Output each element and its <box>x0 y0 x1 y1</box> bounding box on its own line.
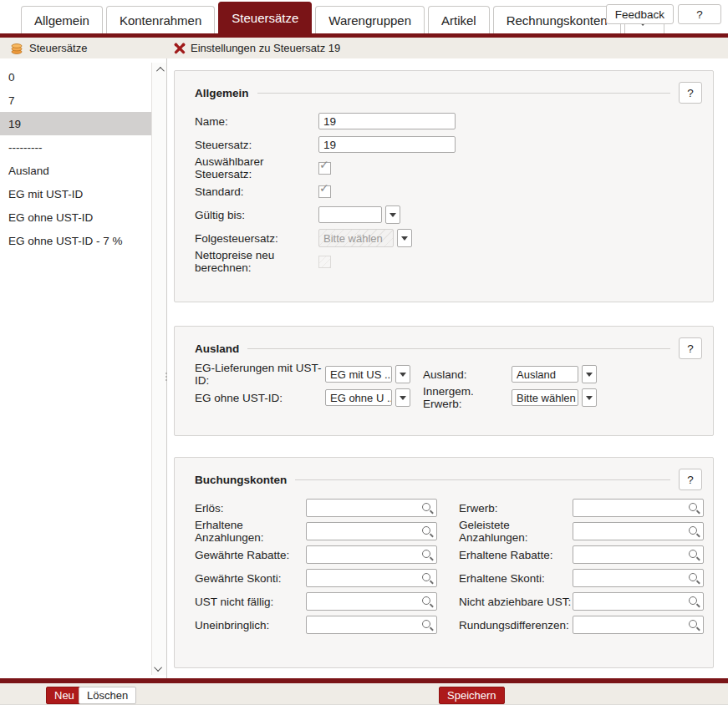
gewaehrte-skonti-label: Gewährte Skonti: <box>195 572 306 585</box>
speichern-button[interactable]: Speichern <box>439 687 505 704</box>
standard-checkbox[interactable]: ✓ <box>318 185 331 198</box>
gueltig-bis-dropdown-button[interactable] <box>385 205 400 224</box>
search-icon[interactable] <box>689 596 697 605</box>
auswaehlbarer-steuersatz-label: Auswählbarer Steuersatz: <box>195 155 318 180</box>
gueltig-bis-label: Gültig bis: <box>195 209 318 221</box>
ust-nicht-faellig-input[interactable] <box>306 592 437 611</box>
folgesteuersatz-dropdown-button[interactable] <box>397 229 412 247</box>
eg-lieferungen-mit-ustid-label: EG-Lieferungen mit UST-ID: <box>195 362 325 387</box>
ausland-dropdown-button[interactable] <box>582 365 597 383</box>
name-label: Name: <box>195 115 318 128</box>
eg-mit-ustid-dropdown-button[interactable] <box>395 365 410 383</box>
sidebar-item-eg-mit-ustid[interactable]: EG mit UST-ID <box>0 182 152 205</box>
name-input[interactable] <box>318 113 456 129</box>
dropdown-arrow-icon <box>400 373 406 377</box>
tab-artikel[interactable]: Artikel <box>428 6 490 33</box>
nicht-abziehbare-ust-input[interactable] <box>573 592 704 611</box>
geleistete-anzahlungen-label: Geleistete Anzahlungen: <box>459 519 573 544</box>
ausland-select[interactable]: Ausland <box>512 366 578 383</box>
checkmark-icon: ✓ <box>319 158 329 171</box>
search-icon[interactable] <box>422 550 430 558</box>
tab-warengruppen[interactable]: Warengruppen <box>315 6 425 33</box>
loeschen-button[interactable]: Löschen <box>79 687 136 704</box>
tab-label: Warengruppen <box>328 13 411 28</box>
search-icon[interactable] <box>689 526 697 535</box>
scroll-up-button[interactable] <box>152 63 165 76</box>
dropdown-arrow-icon <box>400 396 406 400</box>
search-icon[interactable] <box>689 620 697 628</box>
feedback-button[interactable]: Feedback <box>606 4 674 24</box>
innergem-erwerb-dropdown-button[interactable] <box>582 388 597 407</box>
nettopreise-label: Nettopreise neu berechnen: <box>195 249 318 274</box>
ausland-label: Ausland: <box>423 368 512 381</box>
folgesteuersatz-label: Folgesteuersatz: <box>195 232 318 245</box>
erwerb-input[interactable] <box>573 499 704 517</box>
sidebar-item-divider[interactable]: --------- <box>0 135 152 159</box>
tax-rate-sidebar: 0 7 19 --------- Ausland EG mit UST-ID E… <box>0 58 167 678</box>
sidebar-item-ausland[interactable]: Ausland <box>0 159 152 182</box>
eg-ohne-ustid-label: EG ohne UST-ID: <box>195 392 325 404</box>
checkmark-icon: ✓ <box>319 181 329 195</box>
erhaltene-anzahlungen-input[interactable] <box>306 522 437 540</box>
erloes-input[interactable] <box>306 499 437 517</box>
tab-allgemein[interactable]: Allgemein <box>21 6 103 33</box>
sidebar-item-eg-ohne-ustid-7[interactable]: EG ohne UST-ID - 7 % <box>0 229 152 252</box>
ausland-help-button[interactable]: ? <box>679 337 702 359</box>
search-icon[interactable] <box>689 573 697 581</box>
legend-divider <box>295 479 670 480</box>
uneinbringlich-label: Uneinbringlich: <box>195 619 306 631</box>
legend-divider <box>247 348 670 349</box>
tab-label: Artikel <box>441 13 476 28</box>
erhaltene-rabatte-input[interactable] <box>573 545 704 564</box>
section-ausland: Ausland ? EG-Lieferungen mit UST-ID: EG … <box>174 326 714 436</box>
eg-mit-ustid-select[interactable]: EG mit US ... <box>325 366 392 383</box>
search-icon[interactable] <box>422 503 430 511</box>
gueltig-bis-input[interactable] <box>318 206 382 223</box>
auswaehlbarer-steuersatz-checkbox[interactable]: ✓ <box>318 162 331 175</box>
search-icon[interactable] <box>689 503 697 511</box>
search-icon[interactable] <box>422 573 430 581</box>
allgemein-help-button[interactable]: ? <box>679 82 702 104</box>
tab-steuersaetze[interactable]: Steuersätze <box>218 2 312 33</box>
tab-label: Rechnungskonten <box>507 13 608 28</box>
search-icon[interactable] <box>422 596 430 605</box>
gewaehrte-rabatte-input[interactable] <box>306 545 437 564</box>
dropdown-arrow-icon <box>586 396 593 400</box>
sidebar-item-eg-ohne-ustid[interactable]: EG ohne UST-ID <box>0 205 152 229</box>
section-title: Ausland <box>195 342 239 355</box>
tab-label: Steuersätze <box>232 11 298 25</box>
scroll-down-button[interactable] <box>152 662 165 675</box>
search-icon[interactable] <box>689 550 697 558</box>
innergem-erwerb-label: Innergem. Erwerb: <box>423 385 512 410</box>
coins-icon <box>11 43 24 54</box>
neu-button[interactable]: Neu <box>46 687 83 704</box>
ust-nicht-faellig-label: UST nicht fällig: <box>195 596 306 608</box>
sidebar-scrollbar[interactable] <box>151 63 166 675</box>
gewaehrte-skonti-input[interactable] <box>306 569 437 587</box>
tab-kontenrahmen[interactable]: Kontenrahmen <box>106 6 215 33</box>
search-icon[interactable] <box>422 526 430 535</box>
sidebar-item-0[interactable]: 0 <box>0 65 152 89</box>
subheader-bar: Steuersätze Einstellungen zu Steuersatz … <box>0 38 728 58</box>
eg-ohne-ustid-dropdown-button[interactable] <box>395 388 410 407</box>
erhaltene-skonti-input[interactable] <box>573 569 704 587</box>
search-icon[interactable] <box>422 620 430 628</box>
tab-rechnungskonten[interactable]: Rechnungskonten <box>493 6 621 33</box>
buchungskonten-help-button[interactable]: ? <box>679 469 702 490</box>
splitter-handle[interactable] <box>164 373 168 388</box>
uneinbringlich-input[interactable] <box>306 616 437 634</box>
innergem-erwerb-select[interactable]: Bitte wählen <box>512 389 578 406</box>
standard-label: Standard: <box>195 185 318 198</box>
chevron-down-icon <box>154 663 162 672</box>
rundungsdifferenzen-input[interactable] <box>573 616 704 634</box>
help-button[interactable]: ? <box>678 4 721 24</box>
erwerb-label: Erwerb: <box>459 502 573 515</box>
dropdown-arrow-icon <box>586 373 593 377</box>
steuersatz-input[interactable] <box>318 136 456 153</box>
eg-ohne-ustid-select[interactable]: EG ohne U ... <box>325 389 392 406</box>
erhaltene-anzahlungen-label: Erhaltene Anzahlungen: <box>195 519 306 544</box>
sidebar-item-19[interactable]: 19 <box>0 112 152 135</box>
rundungsdifferenzen-label: Rundungsdifferenzen: <box>459 619 573 631</box>
sidebar-item-7[interactable]: 7 <box>0 89 152 112</box>
geleistete-anzahlungen-input[interactable] <box>573 522 704 540</box>
